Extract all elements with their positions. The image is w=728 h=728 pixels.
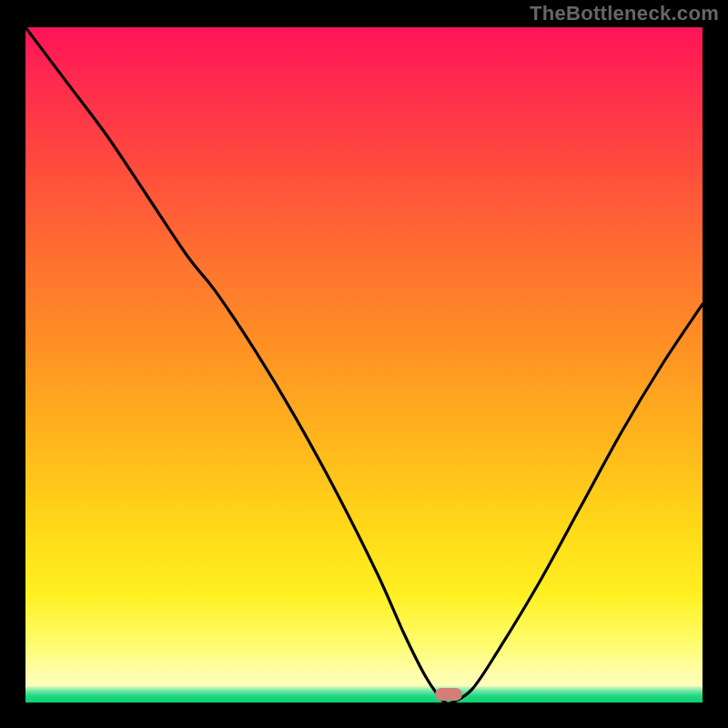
bottleneck-curve [25,27,703,703]
watermark-text: TheBottleneck.com [530,2,719,25]
plot-area [25,27,703,703]
balance-marker [435,688,462,701]
chart-frame: TheBottleneck.com [0,0,728,728]
